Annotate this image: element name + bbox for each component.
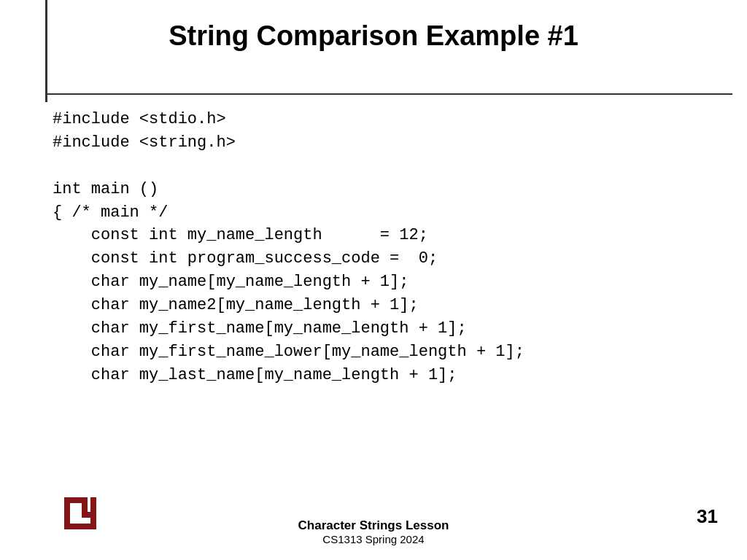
svg-rect-3 [64, 524, 82, 529]
page-number: 31 [697, 505, 718, 528]
svg-rect-2 [64, 497, 82, 503]
footer-text: Character Strings Lesson CS1313 Spring 2… [298, 518, 449, 545]
svg-rect-7 [70, 503, 82, 512]
svg-rect-8 [70, 515, 82, 524]
svg-rect-6 [82, 524, 96, 529]
ou-logo [58, 491, 102, 535]
footer-course-subtitle: CS1313 Spring 2024 [298, 533, 449, 545]
slide-container: String Comparison Example #1 #include <s… [0, 0, 747, 560]
code-block: #include <stdio.h> #include <string.h> i… [53, 108, 732, 387]
svg-rect-9 [82, 512, 96, 518]
footer-course-title: Character Strings Lesson [298, 518, 449, 533]
title-underline-decoration [45, 93, 732, 95]
slide-title: String Comparison Example #1 [0, 20, 747, 52]
footer: Character Strings Lesson CS1313 Spring 2… [0, 518, 747, 545]
svg-rect-4 [82, 497, 88, 512]
